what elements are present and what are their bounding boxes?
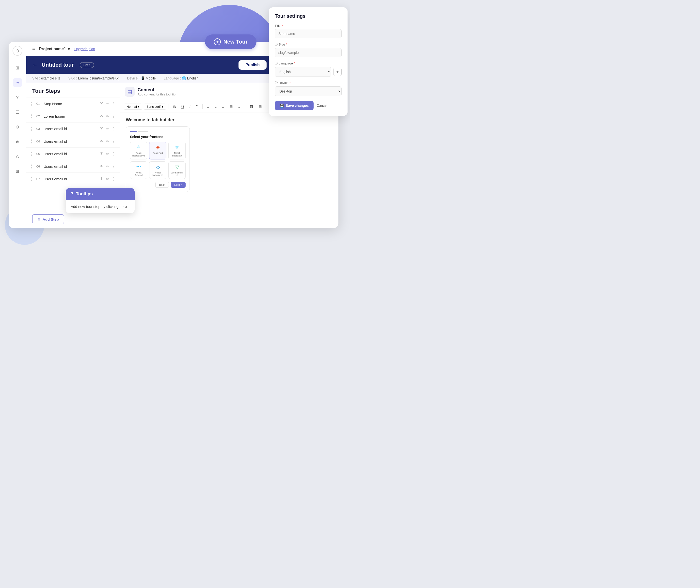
step-more-icon[interactable]: ⋮ <box>112 114 116 119</box>
frontend-item-label: React Tailwind <box>132 171 145 177</box>
sidebar-item-users[interactable]: ☻ <box>13 137 22 146</box>
list-item[interactable]: ▽ Vue Element UI <box>168 161 185 179</box>
list-item[interactable]: 〜 React Tailwind <box>130 161 147 179</box>
language-select[interactable]: English French Spanish <box>275 67 331 77</box>
sidebar-item-tours[interactable]: ⤳ <box>13 78 22 87</box>
underline-button[interactable]: U <box>179 104 186 110</box>
add-step-button[interactable]: ⊕ Add Step <box>32 214 64 224</box>
sidebar-item-dashboard[interactable]: ⊞ <box>13 63 22 72</box>
save-changes-button[interactable]: 💾 Save changes <box>275 101 313 110</box>
italic-button[interactable]: I <box>187 104 192 110</box>
bold-button[interactable]: B <box>171 104 178 110</box>
step-number: 07 <box>35 177 41 181</box>
step-name: Step Name <box>44 102 97 106</box>
step-more-icon[interactable]: ⋮ <box>112 164 116 169</box>
sidebar-item-translate[interactable]: A <box>13 152 22 161</box>
step-view-icon[interactable]: 👁 <box>100 164 104 169</box>
sidebar-item-settings[interactable]: ◕ <box>13 167 22 176</box>
step-edit-icon[interactable]: ✏ <box>106 139 109 144</box>
slug-field-group: ⓘ Slug* <box>275 42 341 57</box>
step-edit-icon[interactable]: ✏ <box>106 126 109 131</box>
font-value: Sans serif <box>146 105 161 108</box>
card-next-button[interactable]: Next > <box>171 182 185 188</box>
step-view-icon[interactable]: 👁 <box>100 139 104 144</box>
dropdown-icon: ∨ <box>67 46 70 51</box>
step-view-icon[interactable]: 👁 <box>100 126 104 131</box>
list-item[interactable]: ⚛ React Bootstrap v2 <box>130 142 147 159</box>
card-back-button[interactable]: Back <box>155 182 169 188</box>
tooltip-popup: ? Tooltips Add new tour step by clicking… <box>66 188 135 214</box>
new-tour-button[interactable]: + New Tour <box>205 34 256 49</box>
step-view-icon[interactable]: 👁 <box>100 152 104 156</box>
table-row[interactable]: ▲▼ 03 Users email id 👁 ✏ ⋮ <box>26 123 120 135</box>
table-row[interactable]: ▲▼ 07 Users email id 👁 ✏ ⋮ <box>26 173 120 185</box>
back-button[interactable]: ← <box>32 62 38 68</box>
content-title: Content <box>138 87 175 93</box>
device-select[interactable]: Desktop Mobile Tablet <box>275 86 341 96</box>
style-select[interactable]: Normal ▾ <box>124 104 142 110</box>
save-icon: 💾 <box>279 104 284 108</box>
step-view-icon[interactable]: 👁 <box>100 114 104 119</box>
step-edit-icon[interactable]: ✏ <box>106 152 109 156</box>
title-field-group: Title* <box>275 24 341 38</box>
style-value: Normal <box>126 105 137 108</box>
meta-site: Site : example site <box>32 76 60 80</box>
step-view-icon[interactable]: 👁 <box>100 101 104 106</box>
list-item[interactable]: ◈ React Arid <box>149 142 166 159</box>
step-edit-icon[interactable]: ✏ <box>106 114 109 119</box>
step-more-icon[interactable]: ⋮ <box>112 177 116 181</box>
table-row[interactable]: ▲▼ 04 Users email id 👁 ✏ ⋮ <box>26 135 120 148</box>
step-sort-arrows: ▲▼ <box>30 164 33 169</box>
step-sort-arrows: ▲▼ <box>30 151 33 156</box>
project-name[interactable]: Project name1 ∨ <box>39 46 70 51</box>
step-more-icon[interactable]: ⋮ <box>112 139 116 144</box>
ordered-list-button[interactable]: ≡ <box>212 104 218 110</box>
frontend-item-label: React Bootstrap <box>170 152 184 157</box>
sidebar-logo: ☺ <box>13 46 22 56</box>
frontend-card-title: Select your frontend <box>130 135 185 139</box>
step-name: Users email id <box>44 177 97 181</box>
insert-embed-button[interactable]: ⊟ <box>257 103 264 110</box>
react-bootstrap-icon: ⚛ <box>173 144 180 151</box>
table-row[interactable]: ▲▼ 01 Step Name 👁 ✏ ⋮ <box>26 97 120 110</box>
steps-panel: Tour Steps ▲▼ 01 Step Name 👁 ✏ ⋮ <box>26 83 120 228</box>
step-edit-icon[interactable]: ✏ <box>106 164 109 169</box>
frontend-item-label: React Material UI <box>151 171 165 177</box>
step-actions: 👁 ✏ ⋮ <box>100 152 116 156</box>
step-edit-icon[interactable]: ✏ <box>106 101 109 106</box>
step-name: Users email id <box>44 139 97 143</box>
sidebar-item-help[interactable]: ? <box>13 93 22 102</box>
insert-image-button[interactable]: 🖼 <box>247 104 255 110</box>
quote-button[interactable]: ❝ <box>194 103 200 110</box>
language-add-button[interactable]: + <box>333 68 341 76</box>
step-more-icon[interactable]: ⋮ <box>112 101 116 106</box>
step-number: 04 <box>35 139 41 143</box>
unordered-list-button[interactable]: ≡ <box>205 104 211 110</box>
tooltip-title: Tooltips <box>76 191 93 197</box>
more-formatting-button[interactable]: ≡ <box>236 104 242 110</box>
publish-button[interactable]: Publish <box>238 60 266 70</box>
sidebar-item-documents[interactable]: ☰ <box>13 108 22 117</box>
list-item[interactable]: ⚛ React Bootstrap <box>168 142 185 159</box>
table-row[interactable]: ▲▼ 05 Users email id 👁 ✏ ⋮ <box>26 148 120 160</box>
step-view-icon[interactable]: 👁 <box>100 177 104 181</box>
table-row[interactable]: ▲▼ 02 Lorem Ipsum 👁 ✏ ⋮ <box>26 110 120 123</box>
align-button[interactable]: ≡ <box>220 104 226 110</box>
table-row[interactable]: ▲▼ 06 Users email id 👁 ✏ ⋮ <box>26 160 120 173</box>
step-edit-icon[interactable]: ✏ <box>106 177 109 181</box>
step-more-icon[interactable]: ⋮ <box>112 126 116 131</box>
slug-input[interactable] <box>275 48 341 57</box>
columns-button[interactable]: ⊞ <box>228 103 235 110</box>
cancel-button[interactable]: Cancel <box>316 104 327 108</box>
list-item[interactable]: ◇ React Material UI <box>149 161 166 179</box>
hamburger-icon[interactable]: ≡ <box>32 46 35 52</box>
step-more-icon[interactable]: ⋮ <box>112 152 116 156</box>
step-actions: 👁 ✏ ⋮ <box>100 177 116 181</box>
editor-area[interactable]: Welcome to fab builder Select your front… <box>120 112 338 228</box>
upgrade-plan-link[interactable]: Upgrade plan <box>74 47 95 51</box>
slug-label: ⓘ Slug* <box>275 42 341 46</box>
title-input[interactable] <box>275 29 341 38</box>
step-sort-arrows: ▲▼ <box>30 139 33 144</box>
sidebar-item-media[interactable]: ⊙ <box>13 123 22 131</box>
font-select[interactable]: Sans serif ▾ <box>144 104 166 110</box>
